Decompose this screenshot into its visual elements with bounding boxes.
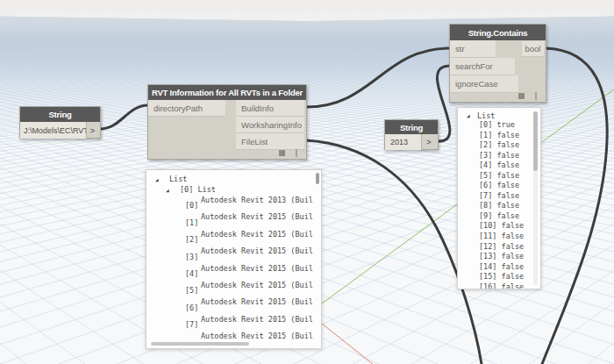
list-item: [0] true bbox=[458, 120, 540, 131]
list-item: [14] false bbox=[458, 262, 540, 273]
list-item: [8] false bbox=[458, 201, 540, 211]
output-port-chevron[interactable]: > bbox=[85, 122, 100, 139]
list-item: [3] false bbox=[458, 151, 540, 161]
node-string-path[interactable]: String J:\Models\EC\RVT > bbox=[19, 106, 101, 139]
preview-popup-rvt-list[interactable]: ◢List ◢[0] List [0]Autodesk Revit 2013 (… bbox=[146, 169, 322, 349]
horizontal-scrollbar[interactable] bbox=[151, 342, 249, 346]
list-item: [7]Autodesk Revit 2015 (Buil bbox=[146, 314, 321, 331]
list-label: List bbox=[477, 111, 495, 120]
string-value-input[interactable]: J:\Models\EC\RVT bbox=[20, 122, 87, 139]
list-item: [3]Autodesk Revit 2015 (Buil bbox=[146, 246, 321, 262]
wire-buildinfo-to-str[interactable] bbox=[306, 48, 450, 107]
vertical-scrollbar[interactable] bbox=[533, 111, 538, 171]
list-item: [12] false bbox=[458, 242, 540, 253]
list-item: [15] false bbox=[458, 272, 540, 282]
dynamo-canvas[interactable]: String J:\Models\EC\RVT > RVT Informatio… bbox=[0, 0, 614, 364]
preview-popup-bool-list[interactable]: ◢List [0] true [1] false [2] false [3] f… bbox=[457, 107, 541, 289]
list-item: [10] false bbox=[458, 221, 540, 232]
wire-bool-down[interactable] bbox=[542, 48, 607, 364]
list-item: [6] false bbox=[458, 181, 540, 191]
list-label: List bbox=[169, 175, 187, 183]
node-string-2013[interactable]: String 2013 > bbox=[384, 119, 439, 150]
list-item: [2]Autodesk Revit 2015 (Buil bbox=[146, 229, 321, 246]
list-item: [5]Autodesk Revit 2015 (Buil bbox=[146, 280, 321, 296]
list-item: [2] false bbox=[458, 140, 540, 151]
expander-icon[interactable]: ◢ bbox=[467, 111, 470, 120]
input-port-str[interactable]: str bbox=[450, 40, 496, 58]
output-port-buildinfo[interactable]: BuildInfo bbox=[236, 100, 304, 117]
node-title[interactable]: String bbox=[385, 120, 438, 134]
list-item: [6]Autodesk Revit 2015 (Buil bbox=[146, 296, 321, 313]
node-title[interactable]: String.Contains bbox=[450, 25, 546, 40]
lacing-icon[interactable] bbox=[535, 92, 537, 100]
preview-toggle-icon[interactable] bbox=[279, 150, 285, 156]
list-item: [13] false bbox=[458, 252, 540, 262]
wire-string1-to-directorypath[interactable] bbox=[100, 105, 148, 129]
input-port-ignorecase[interactable]: ignoreCase bbox=[450, 75, 518, 93]
lacing-icon[interactable] bbox=[296, 149, 297, 157]
output-port-worksharinginfo[interactable]: WorksharingInfo bbox=[236, 117, 304, 133]
node-title[interactable]: RVT Information for All RVTs in a Folder bbox=[148, 85, 306, 100]
list-item: [9] false bbox=[458, 211, 540, 222]
string-value-input[interactable]: 2013 bbox=[385, 134, 422, 150]
wire-string2-to-searchfor[interactable] bbox=[437, 66, 450, 141]
preview-toggle-icon[interactable] bbox=[518, 93, 525, 99]
input-port-searchfor[interactable]: searchFor bbox=[450, 58, 515, 75]
list-item: [1]Autodesk Revit 2015 (Buil bbox=[146, 211, 321, 228]
input-port-directorypath[interactable]: directoryPath bbox=[148, 100, 225, 117]
list-item: [7] false bbox=[458, 191, 540, 202]
list-item: [4] false bbox=[458, 161, 540, 171]
list-item: [0]Autodesk Revit 2013 (Buil bbox=[146, 195, 321, 211]
node-title[interactable]: String bbox=[20, 107, 100, 122]
vertical-scrollbar[interactable] bbox=[316, 173, 319, 184]
node-rvt-information[interactable]: RVT Information for All RVTs in a Folder… bbox=[147, 84, 307, 160]
output-port-chevron[interactable]: > bbox=[420, 134, 438, 150]
list-label: [0] List bbox=[180, 185, 216, 194]
output-port-bool[interactable]: bool bbox=[522, 41, 544, 57]
list-item: [4]Autodesk Revit 2015 (Buil bbox=[146, 263, 321, 280]
list-item: [1] false bbox=[458, 131, 540, 141]
wire-filelist-down[interactable] bbox=[306, 140, 482, 364]
node-string-contains[interactable]: String.Contains str bool searchFor ignor… bbox=[449, 24, 546, 103]
list-item: [11] false bbox=[458, 232, 540, 242]
list-item: [16] false bbox=[458, 282, 540, 289]
list-item: [5] false bbox=[458, 171, 540, 182]
